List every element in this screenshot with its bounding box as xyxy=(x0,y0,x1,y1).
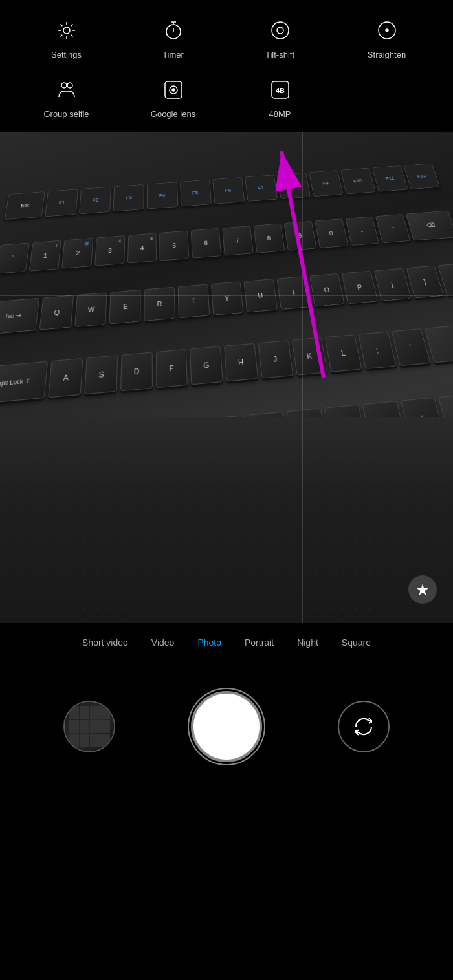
desk-surface xyxy=(0,417,453,623)
svg-point-3 xyxy=(277,27,283,34)
thumbnail-preview xyxy=(65,702,114,751)
menu-item-tiltshift[interactable]: Tilt-shift xyxy=(241,19,319,59)
settings-label: Settings xyxy=(51,50,82,59)
svg-point-0 xyxy=(63,27,70,34)
menu-item-straighten[interactable]: Straighten xyxy=(348,19,426,59)
mode-portrait[interactable]: Portrait xyxy=(233,631,285,654)
menu-row-1: Settings Timer Tilt-shift xyxy=(0,13,453,66)
camera-bottom-controls xyxy=(0,662,453,791)
google-lens-icon xyxy=(162,79,184,104)
mode-square[interactable]: Square xyxy=(330,631,382,654)
straighten-label: Straighten xyxy=(368,50,406,59)
mode-video[interactable]: Video xyxy=(140,631,186,654)
svg-point-5 xyxy=(386,29,388,32)
48mp-label: 48MP xyxy=(269,109,291,119)
svg-point-7 xyxy=(67,83,72,88)
menu-item-timer[interactable]: Timer xyxy=(135,19,212,59)
camera-viewfinder[interactable]: Esc F1 F2 F3 F4 F5 F6 F7 F8 F9 F10 F11 F… xyxy=(0,132,453,623)
48mp-icon: 4B xyxy=(269,79,291,104)
google-lens-label: Google lens xyxy=(151,109,195,119)
svg-point-2 xyxy=(272,22,289,39)
camera-top-menu: Settings Timer Tilt-shift xyxy=(0,0,453,132)
menu-item-group-selfie[interactable]: Group selfie xyxy=(28,79,105,119)
group-selfie-label: Group selfie xyxy=(43,109,89,119)
tiltshift-icon xyxy=(269,19,291,45)
group-selfie-icon xyxy=(56,79,78,104)
svg-text:4B: 4B xyxy=(275,87,284,94)
camera-mode-bar: Short video Video Photo Portrait Night S… xyxy=(0,623,453,662)
flip-camera-button[interactable] xyxy=(338,701,390,752)
menu-item-settings[interactable]: Settings xyxy=(28,19,105,59)
tiltshift-label: Tilt-shift xyxy=(265,50,294,59)
svg-point-10 xyxy=(172,89,175,91)
mode-night[interactable]: Night xyxy=(285,631,330,654)
mode-photo[interactable]: Photo xyxy=(186,631,233,654)
menu-item-48mp[interactable]: 4B 48MP xyxy=(241,79,319,119)
ai-star-button[interactable] xyxy=(408,575,437,604)
shutter-button[interactable] xyxy=(191,691,262,762)
mode-short-video[interactable]: Short video xyxy=(71,631,140,654)
timer-label: Timer xyxy=(162,50,184,59)
straighten-icon xyxy=(376,19,398,45)
settings-icon xyxy=(56,19,78,45)
camera-preview: Esc F1 F2 F3 F4 F5 F6 F7 F8 F9 F10 F11 F… xyxy=(0,132,453,623)
menu-row-2: Group selfie Google lens 4B 48MP xyxy=(0,72,453,125)
gallery-thumbnail[interactable] xyxy=(63,701,115,752)
timer-icon xyxy=(162,19,184,45)
svg-point-6 xyxy=(61,83,67,88)
menu-item-google-lens[interactable]: Google lens xyxy=(135,79,212,119)
